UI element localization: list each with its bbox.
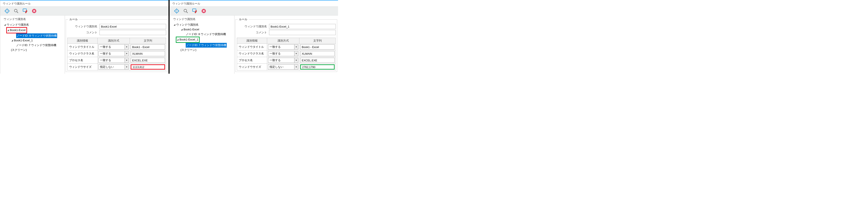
close-icon[interactable] (201, 8, 206, 13)
grid-col2: 識別方式 (267, 38, 299, 44)
size-value[interactable]: 1113,812 (131, 64, 165, 70)
window-title: ウィンドウ識別ルール (170, 0, 338, 6)
window-name-input[interactable] (99, 24, 166, 29)
close-icon[interactable] (32, 8, 37, 13)
target-icon[interactable] (4, 8, 10, 13)
comment-input[interactable] (269, 30, 336, 35)
rule-grid: 識別情報 識別方式 文字列 ウィンドウタイトル 一致する ▼ (237, 38, 336, 71)
tree-node-7[interactable]: ノードID: 7 ウィンドウ状態待機 (4, 43, 65, 48)
window-name-label: ウィンドウ識別名 (237, 25, 269, 28)
caret-icon: ◢ (177, 37, 179, 42)
left-pane: ウィンドウ識別ルール ウィンドウ識別名 ◢ ウィンドウ識別名 (0, 0, 168, 74)
rule-heading: ルール (238, 18, 249, 21)
combo-match[interactable]: 一致する ▼ (268, 44, 298, 50)
grid-col1: 識別情報 (67, 38, 98, 44)
class-value[interactable]: XLMAIN (300, 51, 335, 56)
chevron-down-icon: ▼ (125, 45, 128, 49)
right-pane: ウィンドウ識別ルール ウィンドウ識別名 ◢ ウィンドウ識別名 ◢ Boo (169, 0, 338, 74)
grid-col1: 識別情報 (237, 38, 267, 44)
caret-icon: ◢ (181, 27, 183, 32)
tree-root[interactable]: ◢ ウィンドウ識別名 (173, 22, 234, 27)
combo-nospec[interactable]: 指定しない ▼ (268, 64, 298, 70)
combo-nospec[interactable]: 指定しない ▼ (98, 64, 129, 70)
chevron-down-icon: ▼ (294, 45, 298, 49)
toolbar (170, 6, 338, 16)
row-label: ウィンドウタイトル (237, 44, 267, 50)
combo-match[interactable]: 一致する ▼ (98, 51, 129, 56)
tree-heading: ウィンドウ識別名 (4, 17, 65, 21)
combo-match[interactable]: 一致する ▼ (268, 51, 298, 56)
svg-point-6 (14, 9, 17, 12)
tree-root[interactable]: ◢ ウィンドウ識別名 (4, 22, 65, 27)
chevron-down-icon: ▼ (125, 58, 128, 63)
tree-node-7[interactable]: ノードID: 7 ウィンドウ状態待機 (173, 43, 234, 48)
rule-heading: ルール (68, 18, 79, 21)
chevron-down-icon: ▼ (294, 51, 298, 56)
tree-panel: ウィンドウ識別名 ◢ ウィンドウ識別名 ◢ Book1-Excel ノードID:… (0, 16, 65, 74)
paint-icon[interactable] (23, 8, 28, 13)
row-label: プロセス名 (237, 57, 267, 64)
tree-heading: ウィンドウ識別名 (173, 17, 234, 21)
tree-item-label: (スクリーン) (181, 48, 196, 52)
tree-item-book1[interactable]: ◢ Book1-Excel (4, 27, 65, 33)
tree-node-8[interactable]: ノードID: 8 ウィンドウ状態待機 (4, 33, 65, 38)
tree-item-book1[interactable]: ◢ Book1-Excel (173, 27, 234, 32)
row-label: ウィンドウクラス名 (67, 50, 98, 57)
grid-row-title: ウィンドウタイトル 一致する ▼ Book1 - Excel (67, 44, 166, 50)
tree-item-label: Book1-Excel (10, 28, 26, 32)
tree-item-screen[interactable]: (スクリーン) (173, 48, 234, 52)
title-value[interactable]: Book1 - Excel (131, 44, 165, 50)
chevron-down-icon: ▼ (125, 51, 128, 56)
grid-row-title: ウィンドウタイトル 一致する ▼ Book1 - Excel (237, 44, 336, 50)
row-label: ウィンドウタイトル (67, 44, 98, 50)
process-value[interactable]: EXCEL.EXE (300, 58, 335, 63)
combo-match[interactable]: 一致する ▼ (268, 58, 298, 63)
window-name-input[interactable] (269, 24, 336, 29)
class-value[interactable]: XLMAIN (131, 51, 165, 56)
comment-label: コメント (67, 31, 99, 34)
caret-icon: ◢ (173, 22, 176, 27)
toolbar (0, 6, 168, 16)
tree-node-8[interactable]: ノードID: 8 ウィンドウ状態待機 (173, 32, 234, 36)
tree-item-label: Book1-Excel_1 (14, 38, 33, 43)
svg-point-1 (7, 10, 7, 11)
target-icon[interactable] (174, 8, 179, 13)
grid-row-size: ウィンドウサイズ 指定しない ▼ 2762,1790 (237, 64, 336, 71)
rule-grid: 識別情報 識別方式 文字列 ウィンドウタイトル 一致する ▼ (67, 38, 166, 71)
combo-match[interactable]: 一致する ▼ (98, 44, 129, 50)
tree-node-label: ノードID: 7 ウィンドウ状態待機 (186, 43, 227, 48)
title-value[interactable]: Book1 - Excel (300, 44, 335, 50)
svg-point-18 (184, 9, 187, 12)
tree-item-label: Book1-Excel_1 (180, 37, 198, 42)
combo-match[interactable]: 一致する ▼ (98, 58, 129, 63)
window-name-label: ウィンドウ識別名 (67, 25, 99, 28)
search-icon[interactable] (183, 8, 188, 13)
tree-item-book1-1[interactable]: ◢ Book1-Excel_1 (4, 38, 65, 43)
process-value[interactable]: EXCEL.EXE (131, 58, 165, 63)
caret-icon: ◢ (11, 38, 13, 43)
caret-icon: ◢ (7, 28, 9, 32)
tree-item-label: (スクリーン) (11, 48, 27, 52)
svg-point-13 (176, 10, 177, 11)
grid-row-class: ウィンドウクラス名 一致する ▼ XLMAIN (67, 50, 166, 57)
row-label: ウィンドウサイズ (237, 64, 267, 71)
svg-line-7 (17, 11, 18, 13)
tree-root-label: ウィンドウ識別名 (176, 22, 198, 27)
window-title: ウィンドウ識別ルール (0, 0, 168, 6)
tree-item-book1-1[interactable]: ◢ Book1-Excel_1 (173, 36, 234, 43)
svg-line-19 (186, 11, 188, 13)
comment-input[interactable] (99, 30, 166, 35)
grid-col3: 文字列 (299, 38, 336, 44)
rule-panel: ルール ウィンドウ識別名 コメント 識別情報 識別方式 文字列 (234, 16, 338, 74)
tree-item-screen[interactable]: (スクリーン) (4, 48, 65, 52)
rule-panel: ルール ウィンドウ識別名 コメント 識別情報 識別方式 文字列 (65, 16, 168, 74)
search-icon[interactable] (13, 8, 19, 13)
row-label: ウィンドウクラス名 (237, 50, 267, 57)
caret-icon: ◢ (4, 22, 6, 27)
tree-item-label: Book1-Excel (184, 27, 199, 32)
chevron-down-icon: ▼ (294, 64, 298, 69)
paint-icon[interactable] (192, 8, 197, 13)
tree-root-label: ウィンドウ識別名 (7, 22, 29, 27)
size-value[interactable]: 2762,1790 (300, 64, 335, 70)
chevron-down-icon: ▼ (125, 64, 128, 69)
